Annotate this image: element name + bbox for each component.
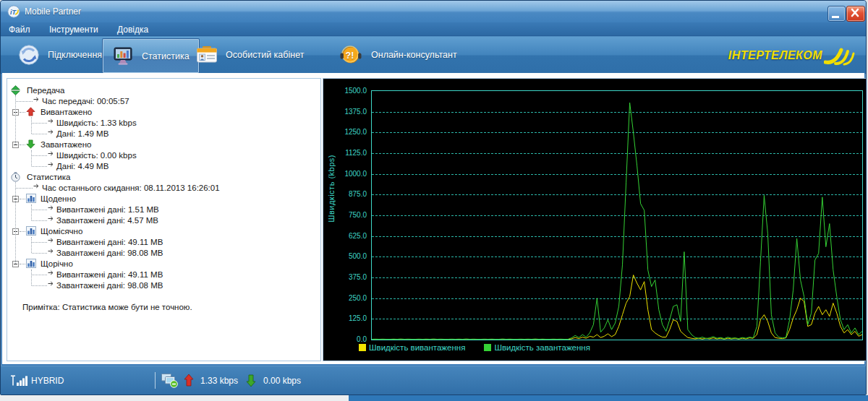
tree-item: Вивантажені дані: 1.51 MB — [7, 204, 320, 215]
y-tick-label: 0.0 — [323, 335, 367, 343]
speed-series-plot — [372, 91, 862, 340]
app-icon: iT — [7, 5, 20, 18]
legend-swatch-icon — [484, 344, 491, 351]
bar-chart-icon — [26, 194, 36, 203]
tree-connector — [32, 210, 47, 210]
tree-guide-line — [15, 182, 16, 264]
bar-chart-icon — [26, 226, 36, 236]
network-connection-icon — [161, 373, 179, 388]
leaf-bullet-icon — [48, 204, 55, 211]
svg-text:?!: ?! — [346, 51, 354, 61]
tree-item-label: Завантажені дані: 4.57 MB — [56, 216, 158, 225]
tree-item-label: Статистика — [27, 173, 70, 181]
y-tick-label: 375.0 — [323, 273, 367, 281]
tree-item: Вивантажені дані: 49.11 MB — [7, 270, 320, 280]
tree-item-label: Щомісячно — [41, 227, 82, 236]
brand-swoosh-icon — [824, 44, 857, 67]
connection-icon — [18, 44, 40, 66]
tree-item-label: Вивантажені дані: 49.11 MB — [56, 270, 163, 279]
y-tick-label: 625.0 — [323, 232, 367, 240]
tree-item-label: Щоденно — [41, 194, 76, 203]
speed-chart-panel: Швидкість (kbps) 1500.01375.01250.01125.… — [323, 78, 867, 361]
legend-item: Швидкість завантаження — [484, 343, 590, 352]
tree-item: Щорічно — [7, 259, 320, 270]
leaf-bullet-icon — [48, 161, 55, 168]
download-speed-value: 0.00 kbps — [263, 376, 301, 386]
tree-item-label: Передача — [27, 86, 64, 95]
leaf-bullet-icon — [48, 270, 55, 276]
tree-item: Завантажені дані: 4.57 MB — [7, 215, 320, 226]
tree-connector — [32, 242, 47, 243]
tree-guide-line — [15, 95, 16, 145]
y-tick-label: 875.0 — [323, 190, 367, 198]
leaf-bullet-icon — [48, 150, 55, 157]
network-mode-label: HYBRID — [31, 376, 64, 386]
tree-connector — [20, 264, 25, 264]
tree-item-label: Завантажено — [41, 140, 91, 149]
consultant-icon: ?! — [339, 44, 363, 66]
tree-item: Вивантажені дані: 49.11 MB — [7, 237, 320, 248]
tree-connector — [32, 166, 47, 167]
leaf-bullet-icon — [48, 215, 55, 222]
legend-label: Швидкість вивантаження — [369, 343, 465, 352]
tree-item: Швидкість: 0.00 kbps — [7, 150, 320, 161]
download-arrow-icon — [246, 374, 256, 387]
tree-item: Дані: 1.49 MB — [7, 129, 320, 139]
content-area: Примітка: Статистика може бути не точною… — [2, 73, 864, 364]
tree-item: Час передачі: 00:05:57 — [7, 96, 320, 107]
tree-guide-line — [31, 237, 32, 253]
tree-item-label: Завантажені дані: 98.08 MB — [56, 281, 163, 290]
menu-tools[interactable]: Інструменти — [41, 23, 106, 36]
menu-file[interactable]: Файл — [1, 23, 38, 36]
online-consultant-button[interactable]: ?! Онлайн-консультант — [330, 39, 466, 71]
tree-item: Вивантажено — [7, 107, 320, 118]
tree-item-label: Щорічно — [41, 259, 73, 268]
leaf-bullet-icon — [48, 248, 55, 254]
tree-item: Завантажені дані: 98.08 MB — [7, 280, 320, 291]
window-title: Mobile Partner — [25, 7, 81, 17]
tree-item: Завантажено — [7, 139, 320, 150]
tree-item-label: Дані: 1.49 MB — [56, 129, 109, 138]
bar-chart-icon — [26, 259, 36, 268]
statusbar-divider — [155, 372, 156, 389]
y-tick-label: 1500.0 — [323, 87, 367, 95]
tree-connector — [32, 275, 47, 275]
tree-item-label: Швидкість: 0.00 kbps — [56, 151, 137, 160]
tree-item: Швидкість: 1.33 kbps — [7, 118, 320, 129]
leaf-bullet-icon — [48, 237, 55, 243]
tree-guide-line — [31, 270, 32, 285]
close-button[interactable] — [846, 6, 865, 22]
minimize-button[interactable] — [827, 6, 846, 22]
series-line — [372, 103, 862, 339]
personal-cabinet-button[interactable]: Особистий кабінет — [187, 39, 312, 71]
clock-icon — [11, 172, 20, 182]
connection-button[interactable]: Підключення — [9, 39, 111, 71]
menu-help[interactable]: Довідка — [109, 23, 156, 36]
statistics-button[interactable]: Статистика — [103, 39, 199, 73]
tree-guide-line — [31, 117, 32, 134]
tree-item-label: Дані: 4.49 MB — [56, 162, 109, 171]
tree-connector — [32, 123, 47, 124]
status-bar: HYBRID 1.33 kbps 0.00 kbps — [1, 366, 866, 395]
toolbar: Підключення Статистика — [1, 36, 866, 74]
tree-guide-line — [31, 204, 32, 220]
tree-item: Передача — [7, 85, 320, 96]
tree-item: Щоденно — [7, 194, 320, 204]
series-line — [372, 275, 862, 340]
transfer-icon — [11, 85, 20, 95]
tree-connector — [20, 199, 25, 199]
legend-item: Швидкість вивантаження — [359, 343, 465, 352]
tree-connector — [16, 101, 33, 102]
title-bar[interactable]: iT Mobile Partner — [1, 1, 866, 22]
leaf-bullet-icon — [33, 183, 41, 189]
leaf-bullet-icon — [48, 118, 55, 124]
tree-item: Щомісячно — [7, 226, 320, 237]
statistics-icon — [112, 46, 134, 66]
minimize-icon — [832, 16, 839, 18]
leaf-bullet-icon — [33, 96, 41, 103]
y-tick-label: 1000.0 — [323, 170, 367, 178]
taskbar-fragment — [349, 395, 868, 401]
statistics-tree-panel: Примітка: Статистика може бути не точною… — [7, 78, 321, 361]
tree-item-label: Швидкість: 1.33 kbps — [56, 118, 137, 127]
tree-connector — [32, 285, 47, 286]
